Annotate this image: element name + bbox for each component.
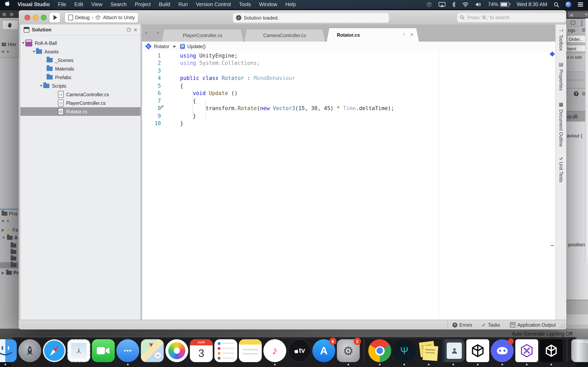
battery-status[interactable]: 74% bbox=[485, 0, 513, 9]
dock-mail-icon[interactable]: ⅄ bbox=[67, 339, 90, 365]
help-icon[interactable]: ? bbox=[574, 91, 579, 96]
global-search-field[interactable] bbox=[457, 13, 566, 22]
menu-search[interactable]: Search bbox=[106, 0, 131, 9]
dock-gitkraken-icon[interactable]: Ψ bbox=[393, 339, 416, 365]
inactive-traffic-light[interactable] bbox=[10, 13, 13, 16]
code-editor[interactable]: 1using UnityEngine;2using System.Collect… bbox=[142, 51, 556, 320]
screen-mirroring-icon[interactable] bbox=[435, 0, 449, 9]
dock-system-preferences-icon[interactable]: ⚙ 2 bbox=[337, 339, 360, 365]
notification-center-icon[interactable] bbox=[575, 0, 586, 9]
dock-stickies-icon[interactable] bbox=[417, 339, 440, 365]
close-tab-icon[interactable]: ✕ bbox=[410, 32, 414, 38]
unity-order-button[interactable]: Order... bbox=[567, 35, 588, 43]
spotlight-icon[interactable] bbox=[550, 0, 562, 9]
dock-visual-studio-icon[interactable] bbox=[515, 339, 538, 365]
tree-item-solution[interactable]: ▼ Roll-A-Ball bbox=[20, 39, 140, 47]
menu-clock[interactable]: Wed 8:30 AM bbox=[513, 0, 550, 9]
menu-project[interactable]: Project bbox=[131, 0, 155, 9]
wifi-icon[interactable] bbox=[459, 0, 472, 9]
unity-packages-item[interactable]: ▶ Pa bbox=[2, 270, 19, 275]
unity-layout-dropdown[interactable]: ut ▼ bbox=[568, 11, 588, 17]
dock-unity-hub-icon[interactable] bbox=[540, 339, 563, 365]
dock-launchpad-icon[interactable] bbox=[18, 339, 41, 365]
tree-item-materials[interactable]: Materials bbox=[20, 64, 140, 73]
kebab-menu-icon[interactable]: ⋮ bbox=[579, 18, 586, 26]
dock-facetime-icon[interactable] bbox=[92, 339, 115, 365]
dock-reminders-icon[interactable] bbox=[214, 339, 237, 365]
code-line[interactable]: 9 } bbox=[142, 112, 556, 120]
dock-notes-icon[interactable] bbox=[239, 339, 262, 365]
code-line[interactable]: 6 void Update () bbox=[142, 90, 556, 97]
dock-music-icon[interactable]: ♪ bbox=[263, 339, 286, 365]
close-button[interactable] bbox=[25, 15, 30, 20]
window-resize-grip[interactable] bbox=[559, 323, 565, 328]
navigate-forward-button[interactable]: › bbox=[157, 29, 159, 35]
code-line[interactable]: 2using System.Collections; bbox=[142, 59, 556, 67]
code-line[interactable]: 10} bbox=[142, 120, 556, 127]
tree-item-scenes[interactable]: _Scenes bbox=[20, 56, 140, 64]
code-line[interactable]: 1using UnityEngine; bbox=[142, 52, 556, 59]
menu-version-control[interactable]: Version Control bbox=[192, 0, 235, 9]
navigate-back-button[interactable]: ‹ bbox=[145, 29, 147, 35]
dock-finder-icon[interactable] bbox=[0, 339, 17, 365]
unity-hierarchy-create-button[interactable]: +▼ bbox=[2, 49, 9, 54]
code-line[interactable]: 5{ bbox=[142, 82, 556, 90]
menu-run[interactable]: Run bbox=[174, 0, 192, 9]
side-tab-properties[interactable]: ▤ Properties bbox=[558, 62, 564, 91]
unity-selected-folder[interactable] bbox=[0, 262, 20, 268]
menu-window[interactable]: Window bbox=[255, 0, 281, 9]
search-input[interactable] bbox=[467, 15, 563, 20]
menu-build[interactable]: Build bbox=[155, 0, 174, 9]
unity-subfolder[interactable] bbox=[11, 243, 16, 248]
dock-contacts-book-icon[interactable] bbox=[442, 339, 465, 365]
unity-dll-header[interactable]: rp.dll bbox=[566, 111, 588, 122]
run-button[interactable] bbox=[49, 12, 61, 23]
minimize-button[interactable] bbox=[33, 15, 38, 20]
unity-object-field[interactable]: bject ⊙ bbox=[566, 45, 588, 52]
errors-pad-button[interactable]: ✕ Errors bbox=[452, 320, 472, 329]
unity-hierarchy-tab[interactable]: Hier bbox=[2, 42, 16, 47]
dock-trash-icon[interactable] bbox=[571, 339, 588, 365]
inactive-traffic-light[interactable] bbox=[2, 13, 6, 16]
menu-edit[interactable]: Edit bbox=[70, 0, 87, 9]
menu-view[interactable]: View bbox=[87, 0, 106, 9]
dock-apple-tv-icon[interactable]: tv bbox=[288, 339, 311, 365]
side-tab-unit-tests[interactable]: ϟ Unit Tests bbox=[558, 157, 564, 182]
unity-project-tab[interactable]: Proj bbox=[2, 211, 17, 216]
dock-maps-icon[interactable]: 3D bbox=[141, 339, 164, 365]
dock-calendar-icon[interactable]: JUN 3 bbox=[190, 339, 213, 365]
tree-item-rotator[interactable]: {} Rotator.cs bbox=[20, 107, 140, 116]
tree-item-assets[interactable]: ▼ Assets bbox=[20, 47, 140, 56]
apple-menu[interactable] bbox=[0, 0, 13, 9]
unity-subfolder[interactable] bbox=[11, 257, 16, 261]
code-line[interactable]: 4public class Rotator : MonoBehaviour bbox=[142, 75, 556, 82]
unity-favorites-item[interactable]: ▶ ★ Fa bbox=[2, 227, 18, 233]
tree-item-prefabs[interactable]: Prefabs bbox=[20, 73, 140, 82]
tab-playercontroller[interactable]: PlayerController.cs bbox=[162, 29, 243, 42]
dock-messages-icon[interactable]: ••• bbox=[116, 339, 139, 365]
code-line[interactable]: 7 { bbox=[142, 97, 556, 105]
code-line[interactable]: 3 bbox=[142, 67, 556, 75]
lock-icon[interactable] bbox=[571, 21, 575, 24]
zoom-button[interactable] bbox=[41, 15, 47, 20]
breadcrumb-member[interactable]: Update() bbox=[187, 44, 206, 49]
pane-splitter[interactable] bbox=[140, 25, 142, 320]
unity-hand-tool-button[interactable] bbox=[2, 20, 18, 30]
tree-item-cameracontroller[interactable]: {} CameraController.cs bbox=[20, 90, 140, 99]
dock-photos-icon[interactable] bbox=[165, 339, 188, 365]
menu-tools[interactable]: Tools bbox=[235, 0, 255, 9]
run-configuration-control[interactable]: Debug › Attach to Unity bbox=[65, 12, 139, 23]
menu-help[interactable]: Help bbox=[281, 0, 300, 9]
scrollbar[interactable] bbox=[585, 18, 588, 263]
breadcrumb-class[interactable]: Rotator bbox=[154, 44, 169, 49]
unity-subfolder[interactable] bbox=[11, 250, 16, 254]
tab-cameracontroller[interactable]: CameraController.cs bbox=[244, 29, 325, 42]
active-app-name[interactable]: Visual Studio bbox=[13, 2, 54, 7]
application-output-pad-button[interactable]: Application Output bbox=[510, 320, 556, 329]
dock-app-store-icon[interactable]: A 6 bbox=[312, 339, 335, 365]
dock-safari-icon[interactable] bbox=[43, 339, 66, 365]
tab-rotator[interactable]: Rotator.cs ⊤ ✕ bbox=[327, 28, 419, 42]
close-pane-icon[interactable]: ✕ bbox=[134, 27, 137, 32]
dock-pane-icon[interactable]: ❐ bbox=[127, 27, 130, 32]
dock-discord-icon[interactable] bbox=[491, 339, 514, 365]
